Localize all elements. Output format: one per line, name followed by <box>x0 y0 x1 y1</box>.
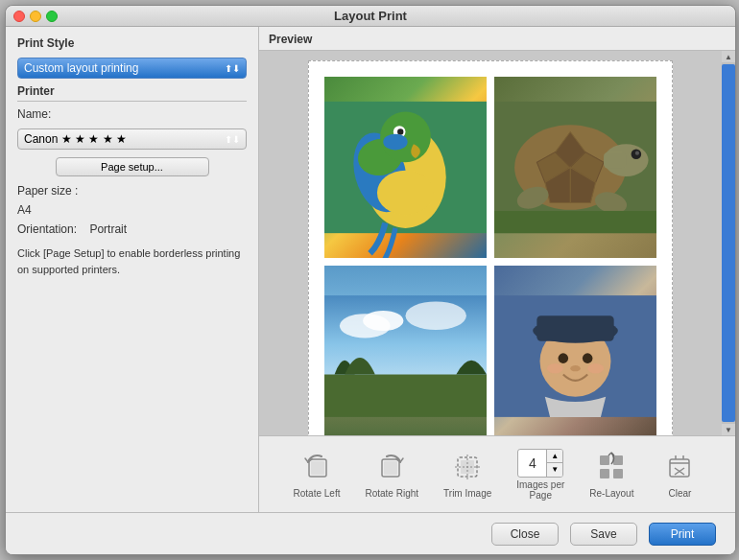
maximize-window-button[interactable] <box>46 11 58 22</box>
svg-point-35 <box>547 363 563 374</box>
svg-rect-22 <box>494 211 656 233</box>
svg-rect-19 <box>604 152 626 169</box>
scroll-down-button[interactable]: ▼ <box>722 424 735 435</box>
svg-rect-46 <box>613 455 623 465</box>
paper-size-label: Paper size : <box>17 184 247 198</box>
printer-value: Canon ★ ★ ★ ★ ★ <box>24 132 127 146</box>
preview-scroll-area[interactable] <box>259 51 722 435</box>
close-button[interactable]: Close <box>491 523 559 546</box>
orientation-value: Portrait <box>89 222 127 236</box>
images-per-page-input[interactable]: 4 ▲ ▼ <box>517 449 563 478</box>
rotate-left-icon <box>299 450 334 484</box>
trim-image-label: Trim Image <box>443 488 491 499</box>
image-slot-3[interactable] <box>324 266 487 435</box>
relayout-button[interactable]: Re-Layout <box>582 446 641 502</box>
svg-rect-49 <box>670 459 689 477</box>
images-per-page-arrows: ▲ ▼ <box>547 450 562 477</box>
svg-rect-31 <box>536 315 613 340</box>
preview-container: ▲ ▼ <box>259 51 735 435</box>
print-style-label: Print Style <box>17 36 247 50</box>
clear-label: Clear <box>668 488 691 499</box>
sidebar: Print Style Custom layout printing ⬆⬇ Pr… <box>6 27 259 512</box>
images-per-page-widget: 4 ▲ ▼ Images perPage <box>509 445 572 504</box>
clear-icon <box>662 450 697 484</box>
images-per-page-up[interactable]: ▲ <box>547 450 562 463</box>
minimize-window-button[interactable] <box>30 11 41 22</box>
toolbar: Rotate Left Rotate Right <box>259 435 735 512</box>
print-style-select[interactable]: Custom layout printing ⬆⬇ <box>17 58 247 79</box>
child-image <box>494 266 656 435</box>
save-button[interactable]: Save <box>570 523 637 546</box>
content-area: Print Style Custom layout printing ⬆⬇ Pr… <box>6 27 735 512</box>
rotate-right-icon <box>374 450 409 484</box>
svg-rect-27 <box>324 375 487 417</box>
image-slot-2[interactable] <box>494 77 656 258</box>
turtle-image <box>494 77 656 258</box>
images-per-page-label: Images perPage <box>516 479 564 501</box>
main-area: Preview <box>259 27 735 512</box>
svg-point-25 <box>363 311 403 331</box>
clear-button[interactable]: Clear <box>651 446 708 502</box>
name-label: Name: <box>17 107 247 121</box>
svg-rect-47 <box>600 469 609 478</box>
svg-point-7 <box>383 134 407 151</box>
select-arrow-icon: ⬆⬇ <box>225 63 240 74</box>
relayout-label: Re-Layout <box>589 488 633 499</box>
traffic-lights <box>13 11 58 22</box>
orientation-label: Orientation: <box>17 222 77 236</box>
svg-point-26 <box>406 301 466 330</box>
page-preview <box>308 60 673 435</box>
printer-select[interactable]: Canon ★ ★ ★ ★ ★ ⬆⬇ <box>17 128 247 150</box>
close-window-button[interactable] <box>13 11 25 22</box>
window-title: Layout Print <box>334 9 407 23</box>
vertical-scrollbar[interactable]: ▲ ▼ <box>722 51 735 435</box>
rotate-left-button[interactable]: Rotate Left <box>286 446 348 502</box>
relayout-icon <box>594 450 629 484</box>
trim-image-icon <box>450 450 485 484</box>
info-text: Click [Page Setup] to enable borderless … <box>17 245 247 277</box>
trim-image-button[interactable]: Trim Image <box>436 446 499 502</box>
orientation-row: Orientation: Portrait <box>17 222 247 236</box>
images-per-page-value: 4 <box>518 450 547 477</box>
svg-point-36 <box>587 363 604 374</box>
image-slot-4[interactable] <box>494 266 656 435</box>
scroll-up-button[interactable]: ▲ <box>722 51 735 62</box>
printer-section-label: Printer <box>17 84 247 102</box>
image-slot-1[interactable] <box>324 77 487 258</box>
svg-point-18 <box>635 152 639 155</box>
main-window: Layout Print Print Style Custom layout p… <box>5 5 736 555</box>
rotate-right-label: Rotate Right <box>365 488 418 499</box>
parrot-image <box>324 77 487 258</box>
svg-point-6 <box>397 128 403 134</box>
titlebar: Layout Print <box>6 6 735 27</box>
paper-size-value: A4 <box>17 203 247 217</box>
rotate-right-button[interactable]: Rotate Right <box>357 446 426 502</box>
images-per-page-down[interactable]: ▼ <box>547 463 562 477</box>
svg-rect-48 <box>613 469 623 478</box>
svg-point-34 <box>570 365 581 371</box>
printer-arrow-icon: ⬆⬇ <box>225 134 240 145</box>
page-setup-button[interactable]: Page setup... <box>56 157 209 176</box>
svg-rect-38 <box>311 461 324 475</box>
sky-image <box>324 266 487 435</box>
print-button[interactable]: Print <box>649 523 716 546</box>
print-style-value: Custom layout printing <box>24 61 138 75</box>
preview-label: Preview <box>259 27 735 51</box>
svg-point-32 <box>559 353 569 363</box>
svg-rect-45 <box>600 455 609 465</box>
svg-point-8 <box>377 171 434 215</box>
svg-point-33 <box>583 353 593 363</box>
footer: Close Save Print <box>6 512 735 554</box>
rotate-left-label: Rotate Left <box>294 488 341 499</box>
svg-rect-40 <box>384 461 397 475</box>
scroll-thumb[interactable] <box>722 64 735 422</box>
